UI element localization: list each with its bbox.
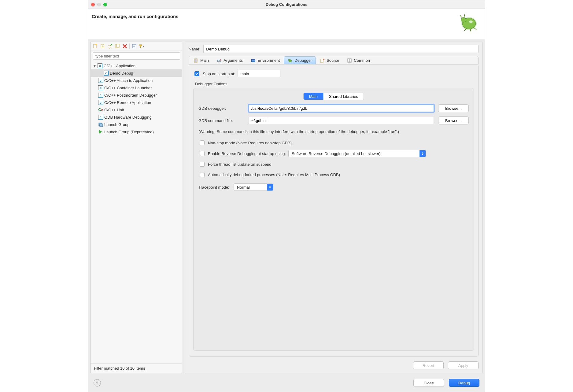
tree-item-gdb-hw[interactable]: c GDB Hardware Debugging <box>91 113 182 121</box>
tree-item-c-cpp-application[interactable]: ▼ c C/C++ Application <box>91 62 182 69</box>
filter-icon[interactable] <box>138 43 145 50</box>
collapse-all-icon[interactable] <box>131 43 138 50</box>
close-button[interactable]: Close <box>413 379 444 387</box>
tree-item-demo-debug[interactable]: c Demo Debug <box>91 69 182 77</box>
tab-common[interactable]: Common <box>343 56 374 64</box>
tree-item-remote[interactable]: c C/C++ Remote Application <box>91 99 182 106</box>
tab-bar: Main (x)= Arguments Environment Debugger… <box>189 56 479 65</box>
stop-on-startup-input[interactable] <box>238 70 280 77</box>
revert-button[interactable]: Revert <box>413 361 444 369</box>
svg-text:P: P <box>102 45 104 48</box>
svg-point-8 <box>469 20 473 23</box>
export-icon[interactable] <box>107 43 113 50</box>
launch-group-icon <box>98 122 103 127</box>
stop-on-startup-checkbox[interactable] <box>194 71 199 76</box>
tracepoint-value: Normal <box>234 185 267 190</box>
configurations-tree[interactable]: ▼ c C/C++ Application c Demo Debug c C/C… <box>91 61 182 363</box>
filter-input[interactable] <box>93 52 180 60</box>
name-input[interactable] <box>203 45 479 53</box>
debugger-subtab-segment: Main Shared Libraries <box>303 93 364 100</box>
svg-text:=: = <box>220 59 221 61</box>
chevron-updown-icon <box>420 150 426 157</box>
auto-fork-row[interactable]: Automatically debug forked processes (No… <box>198 171 469 178</box>
svg-point-30 <box>288 59 290 61</box>
tree-label: C/C++ Unit <box>104 108 124 112</box>
tree-label: C/C++ Container Launcher <box>104 86 152 90</box>
c-file-icon: c <box>98 63 102 68</box>
tree-item-container[interactable]: c C/C++ Container Launcher <box>91 84 182 91</box>
gdb-command-file-input[interactable] <box>249 117 434 124</box>
tracepoint-select[interactable]: Normal <box>234 183 273 191</box>
tab-label: Debugger <box>294 58 312 63</box>
svg-rect-10 <box>95 44 97 45</box>
tree-label: C/C++ Postmortem Debugger <box>104 93 157 98</box>
command-file-warning: (Warning: Some commands in this file may… <box>198 129 469 134</box>
apply-button[interactable]: Apply <box>448 361 479 369</box>
debug-button[interactable]: Debug <box>449 379 479 387</box>
tab-label: Arguments <box>224 58 243 63</box>
configurations-toolbar: P <box>91 42 182 50</box>
nonstop-label: Non-stop mode (Note: Requires non-stop G… <box>208 141 292 145</box>
reverse-select[interactable]: Software Reverse Debugging (detailed but… <box>288 150 426 157</box>
tree-label: GDB Hardware Debugging <box>104 115 152 120</box>
force-thread-label: Force thread list update on suspend <box>208 162 271 167</box>
debugger-tab-content: Stop on startup at: Debugger Options Mai… <box>189 66 479 357</box>
nonstop-checkbox[interactable] <box>200 140 205 145</box>
tracepoint-label: Tracepoint mode: <box>198 185 229 190</box>
new-prototype-icon[interactable]: P <box>99 43 106 50</box>
window-title: Debug Configurations <box>88 2 485 7</box>
subtab-main[interactable]: Main <box>304 93 323 100</box>
browse-cmdfile-button[interactable]: Browse... <box>438 116 469 124</box>
zoom-window-icon[interactable] <box>103 3 107 6</box>
svg-rect-31 <box>320 59 323 62</box>
c-file-icon: c <box>104 71 109 76</box>
nonstop-row[interactable]: Non-stop mode (Note: Requires non-stop G… <box>198 139 469 146</box>
table-icon <box>347 58 352 63</box>
force-thread-row[interactable]: Force thread list update on suspend <box>198 161 469 168</box>
tree-label: Launch Group <box>104 122 129 127</box>
tab-arguments[interactable]: (x)= Arguments <box>213 56 247 64</box>
chevron-down-icon[interactable]: ▼ <box>93 64 96 68</box>
reverse-select-value: Software Reverse Debugging (detailed but… <box>289 151 420 156</box>
gdb-debugger-label: GDB debugger: <box>198 106 244 111</box>
environment-icon <box>251 58 256 63</box>
svg-rect-15 <box>116 44 119 47</box>
svg-marker-20 <box>99 130 102 134</box>
c-file-icon: c <box>98 85 103 90</box>
tab-debugger[interactable]: Debugger <box>284 56 316 64</box>
tab-label: Main <box>200 58 209 63</box>
tree-item-postmortem[interactable]: c C/C++ Postmortem Debugger <box>91 91 182 99</box>
tree-item-launch-group[interactable]: Launch Group <box>91 121 182 128</box>
close-window-icon[interactable] <box>91 3 95 6</box>
duplicate-icon[interactable] <box>114 43 121 50</box>
tab-main[interactable]: Main <box>190 56 213 64</box>
force-thread-checkbox[interactable] <box>200 162 205 167</box>
tree-item-attach[interactable]: c C/C++ Attach to Application <box>91 77 182 84</box>
tab-environment[interactable]: Environment <box>247 56 284 64</box>
reverse-label: Enable Reverse Debugging at startup usin… <box>208 151 286 156</box>
delete-icon[interactable] <box>121 43 128 50</box>
c-unit-icon: CU <box>98 107 103 112</box>
configuration-editor: Name: Main (x)= Arguments Environment <box>185 42 482 373</box>
name-label: Name: <box>189 47 200 51</box>
stop-on-startup-label: Stop on startup at: <box>203 72 235 76</box>
help-icon[interactable]: ? <box>94 379 101 386</box>
svg-rect-28 <box>252 60 255 61</box>
new-config-icon[interactable] <box>92 43 99 50</box>
auto-fork-checkbox[interactable] <box>200 172 205 177</box>
tab-source[interactable]: Source <box>316 56 343 64</box>
browse-gdb-button[interactable]: Browse... <box>438 104 469 112</box>
svg-rect-19 <box>100 124 103 127</box>
toolbar-separator <box>129 43 130 49</box>
auto-fork-label: Automatically debug forked processes (No… <box>208 172 340 177</box>
tree-item-unit[interactable]: CU C/C++ Unit <box>91 106 182 113</box>
chevron-updown-icon <box>267 184 273 190</box>
tree-item-launch-group-deprecated[interactable]: Launch Group (Deprecated) <box>91 128 182 135</box>
subtab-shared-libraries[interactable]: Shared Libraries <box>323 93 364 100</box>
reverse-checkbox[interactable] <box>200 151 205 156</box>
dialog-footer: ? Close Debug <box>88 375 485 392</box>
gdb-debugger-input[interactable] <box>249 105 434 112</box>
configurations-panel: P ▼ c C/C++ Application c Demo D <box>91 42 182 373</box>
debugger-options-title: Debugger Options <box>195 82 474 86</box>
debugger-options-group: Main Shared Libraries GDB debugger: Brow… <box>193 88 474 351</box>
